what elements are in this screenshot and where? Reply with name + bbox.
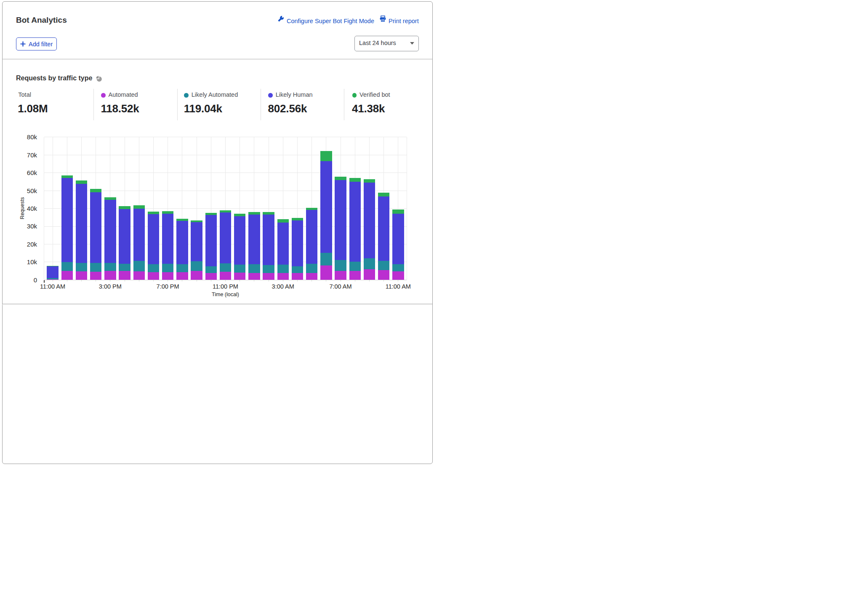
svg-text:11:00 AM: 11:00 AM <box>386 283 411 290</box>
svg-text:11:00 AM: 11:00 AM <box>40 283 65 290</box>
svg-text:3:00 PM: 3:00 PM <box>99 283 122 290</box>
svg-text:50k: 50k <box>27 187 37 194</box>
svg-text:Time (local): Time (local) <box>212 292 239 297</box>
svg-text:7:00 PM: 7:00 PM <box>157 283 179 290</box>
svg-text:11:00 PM: 11:00 PM <box>213 283 238 290</box>
svg-text:80k: 80k <box>27 133 37 141</box>
svg-text:3:00 AM: 3:00 AM <box>272 283 294 290</box>
svg-text:0: 0 <box>34 276 37 284</box>
svg-text:Requests: Requests <box>19 197 25 219</box>
svg-text:70k: 70k <box>27 151 37 159</box>
svg-text:10k: 10k <box>27 258 37 265</box>
svg-text:20k: 20k <box>27 241 37 248</box>
svg-text:40k: 40k <box>27 205 37 212</box>
svg-text:30k: 30k <box>27 223 37 230</box>
svg-text:7:00 AM: 7:00 AM <box>329 283 351 290</box>
svg-text:60k: 60k <box>27 169 37 176</box>
